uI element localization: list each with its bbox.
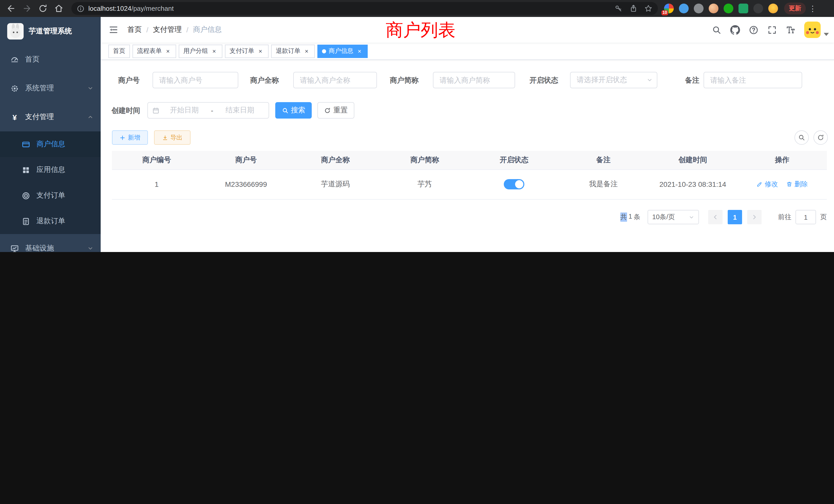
breadcrumb-item-payment[interactable]: 支付管理 xyxy=(153,25,182,35)
forward-icon[interactable] xyxy=(22,4,32,13)
password-key-icon[interactable] xyxy=(614,4,623,13)
prev-page-button[interactable] xyxy=(708,210,723,224)
extension-green-doc-icon[interactable] xyxy=(739,4,748,13)
breadcrumb-item-home[interactable]: 首页 xyxy=(127,25,142,35)
url-bar[interactable]: localhost:1024/pay/merchant xyxy=(71,2,658,15)
menu-label: 基础设施 xyxy=(25,244,54,252)
status-toggle[interactable] xyxy=(504,179,524,189)
yen-icon: ¥ xyxy=(10,113,19,121)
sidebar-item-refund-order[interactable]: 退款订单 xyxy=(0,208,101,234)
extension-blue-icon[interactable] xyxy=(679,4,689,13)
create-time-range-picker[interactable]: 开始日期 - 结束日期 xyxy=(147,102,269,118)
github-icon[interactable] xyxy=(730,25,740,35)
edit-button[interactable]: 修改 xyxy=(756,180,778,189)
submenu-label: 商户信息 xyxy=(37,140,65,149)
reset-button[interactable]: 重置 xyxy=(317,102,354,118)
font-size-icon[interactable] xyxy=(786,25,795,35)
close-icon[interactable]: × xyxy=(257,47,264,55)
breadcrumb-separator: / xyxy=(186,26,189,34)
column-header: 商户全称 xyxy=(291,151,380,169)
chrome-update-button[interactable]: 更新 xyxy=(784,3,806,14)
close-icon[interactable]: × xyxy=(303,47,310,55)
submenu-label: 退款订单 xyxy=(37,216,65,226)
tab-home[interactable]: 首页 xyxy=(108,44,130,58)
refresh-table-button[interactable] xyxy=(813,130,828,145)
table-row: 1 M233666999 芋道源码 芋艿 我是备注 2021-10-23 08:… xyxy=(112,169,827,199)
chevron-up-icon xyxy=(87,114,93,120)
submenu-label: 支付订单 xyxy=(37,191,65,200)
extension-gray-icon[interactable] xyxy=(694,4,704,13)
extension-puzzle-icon[interactable]: 10 xyxy=(664,4,674,13)
reload-icon[interactable] xyxy=(38,4,48,13)
chevron-down-icon xyxy=(87,85,93,91)
home-icon[interactable] xyxy=(54,4,64,13)
extension-orange-face-icon[interactable] xyxy=(768,4,778,13)
user-menu[interactable] xyxy=(804,22,829,38)
fullscreen-icon[interactable] xyxy=(767,25,777,35)
cell-actions: 修改 删除 xyxy=(738,169,827,199)
export-button[interactable]: 导出 xyxy=(154,130,191,145)
sidebar-item-system[interactable]: 系统管理 xyxy=(0,74,101,102)
extension-avatar-icon[interactable] xyxy=(709,4,719,13)
sidebar-item-app-info[interactable]: 应用信息 xyxy=(0,157,101,183)
chevron-right-icon xyxy=(751,214,758,220)
edit-label: 修改 xyxy=(765,180,778,189)
cell-full-name: 芋道源码 xyxy=(291,169,380,199)
navbar-tools xyxy=(712,17,829,43)
refresh-icon xyxy=(324,107,331,114)
date-end-placeholder: 结束日期 xyxy=(215,106,264,115)
bookmark-star-icon[interactable] xyxy=(644,4,653,13)
page-number-button[interactable]: 1 xyxy=(728,210,742,224)
tab-refund-order[interactable]: 退款订单× xyxy=(271,44,315,58)
sidebar-item-payment[interactable]: ¥ 支付管理 xyxy=(0,102,101,131)
date-start-placeholder: 开始日期 xyxy=(160,106,209,115)
pagination-total: 共 1 条 xyxy=(620,212,640,222)
cell-id: 1 xyxy=(112,169,201,199)
delete-button[interactable]: 删除 xyxy=(786,180,808,189)
close-icon[interactable]: × xyxy=(356,47,363,55)
full-name-input[interactable] xyxy=(293,72,377,88)
search-button[interactable]: 搜索 xyxy=(275,102,312,118)
submenu-label: 应用信息 xyxy=(37,165,65,175)
toggle-search-button[interactable] xyxy=(794,130,809,145)
column-header: 商户编号 xyxy=(112,151,201,169)
page-info-icon[interactable] xyxy=(76,4,85,13)
card-icon xyxy=(22,140,30,148)
tab-process-form[interactable]: 流程表单× xyxy=(132,44,176,58)
tab-pay-order[interactable]: 支付订单× xyxy=(225,44,269,58)
help-icon[interactable] xyxy=(749,25,759,35)
close-icon[interactable]: × xyxy=(164,47,172,55)
browser-menu-icon[interactable]: ⋮ xyxy=(809,4,816,13)
add-button[interactable]: 新增 xyxy=(112,130,148,145)
page-size-select[interactable]: 10条/页 xyxy=(648,210,699,224)
cell-short-name: 芋艿 xyxy=(380,169,469,199)
sidebar-item-infra[interactable]: 基础设施 xyxy=(0,234,101,252)
extension-dark-icon[interactable] xyxy=(753,4,763,13)
sidebar-item-home[interactable]: 首页 xyxy=(0,45,101,74)
merchant-no-input[interactable] xyxy=(153,72,238,88)
tab-label: 商户信息 xyxy=(329,47,353,55)
chevron-left-icon xyxy=(712,214,719,220)
remark-input[interactable] xyxy=(704,72,802,88)
sidebar-item-merchant-info[interactable]: 商户信息 xyxy=(0,131,101,157)
tab-label: 用户分组 xyxy=(183,47,208,55)
tab-merchant-info[interactable]: 商户信息× xyxy=(317,44,368,58)
trash-icon xyxy=(786,181,792,187)
grid-icon xyxy=(22,165,30,174)
close-icon[interactable]: × xyxy=(211,47,218,55)
hamburger-icon[interactable] xyxy=(108,25,118,35)
short-name-input[interactable] xyxy=(433,72,515,88)
goto-page-input[interactable] xyxy=(795,210,816,224)
next-page-button[interactable] xyxy=(747,210,762,224)
edit-pencil-icon xyxy=(756,181,763,187)
share-icon[interactable] xyxy=(629,4,638,13)
search-icon[interactable] xyxy=(712,25,722,35)
status-select[interactable]: 请选择开启状态 xyxy=(570,72,657,88)
active-dot xyxy=(322,49,326,53)
extension-green-circle-icon[interactable] xyxy=(724,4,733,13)
back-icon[interactable] xyxy=(6,4,16,13)
tab-user-group[interactable]: 用户分组× xyxy=(179,44,222,58)
tab-label: 流程表单 xyxy=(137,47,162,55)
app-logo[interactable]: 芋道管理系统 xyxy=(0,17,101,45)
sidebar-item-pay-order[interactable]: 支付订单 xyxy=(0,183,101,208)
